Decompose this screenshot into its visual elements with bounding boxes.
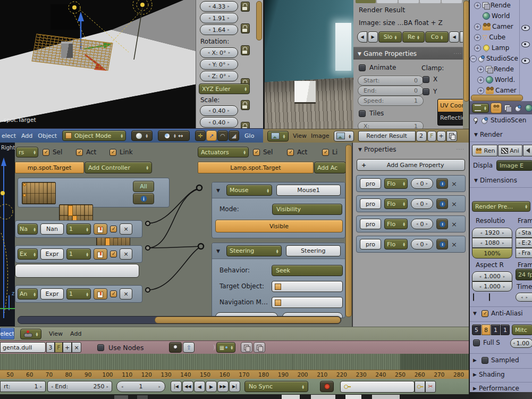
frame-step-field[interactable]: ◂Fra: [516, 248, 532, 258]
scale-y-field[interactable]: ◂0.40▸: [200, 117, 238, 128]
menu-add[interactable]: Add: [21, 132, 32, 139]
visibility-eye-icon[interactable]: [521, 25, 530, 31]
controller-bookmark-button[interactable]: [94, 288, 107, 300]
location-z-field[interactable]: ◂1.64▸: [200, 24, 238, 35]
visibility-eye-icon[interactable]: [521, 58, 530, 64]
actuators-act-toggle[interactable]: Act: [287, 148, 307, 156]
property-value-field[interactable]: ◂0▸: [411, 198, 433, 209]
controller-active-checkbox[interactable]: [110, 290, 117, 297]
menu-image[interactable]: Image: [311, 132, 329, 139]
fps-dropdown[interactable]: 24 fp: [516, 269, 532, 280]
manipulator-toggle-icon[interactable]: ↔: [178, 132, 183, 139]
controller-delete-button[interactable]: ×: [120, 223, 132, 235]
collapse-actuator-icon[interactable]: ▼: [216, 248, 220, 254]
collapse-icon[interactable]: −: [470, 55, 477, 62]
expand-icon[interactable]: +: [474, 23, 481, 30]
controller-owner-name[interactable]: mp.spot.Target: [15, 162, 84, 173]
mode-dropdown[interactable]: Object Mode▲▼: [62, 130, 126, 141]
controller-name-field[interactable]: Expr: [40, 248, 64, 260]
animate-checkbox[interactable]: [359, 64, 366, 71]
logic-hscrollbar[interactable]: [18, 316, 341, 324]
navmesh-object-field[interactable]: [272, 297, 343, 308]
sync-dropdown[interactable]: No Sync▲▼: [244, 381, 308, 392]
dimensions-panel-header[interactable]: ▼Dimensions: [474, 177, 517, 184]
clamp-y-row[interactable]: Y: [423, 88, 437, 95]
controller-bookmark-button[interactable]: [94, 223, 107, 235]
outliner-row-camera-1[interactable]: +Camer: [474, 23, 513, 30]
controller-block-3[interactable]: An▲▼ Expr 1▲▼ ×: [15, 285, 142, 303]
panel-grip-icon[interactable]: ····: [454, 51, 462, 56]
lock-location-x-icon[interactable]: [241, 2, 250, 12]
display-dropdown[interactable]: Image E: [496, 160, 532, 171]
browse-image-button[interactable]: ▲▼: [334, 131, 354, 142]
controller-type-dropdown[interactable]: Na▲▼: [18, 223, 38, 235]
expand-icon[interactable]: +: [474, 45, 481, 52]
menu-view[interactable]: View: [293, 132, 307, 139]
crop-checkbox[interactable]: [489, 293, 490, 301]
editor-type-button[interactable]: ▲▼: [472, 103, 489, 113]
viewport-shading-dropdown[interactable]: ▲▼: [131, 130, 153, 141]
tiles-x-field[interactable]: X:1: [358, 121, 424, 129]
material-users-button[interactable]: 3: [46, 342, 55, 353]
location-y-field[interactable]: ◂1.91▸: [200, 13, 238, 23]
aspect-y-field[interactable]: ◂1.000▸: [472, 281, 512, 292]
parent-node-button[interactable]: ⇧: [183, 342, 195, 353]
frame-start-field[interactable]: ◂Sta: [516, 228, 532, 238]
frame-start-field[interactable]: rt:1▸: [0, 381, 46, 392]
clamp-x-checkbox[interactable]: [423, 76, 429, 83]
actuators-link-toggle[interactable]: Li: [322, 148, 337, 156]
slot-dropdown[interactable]: Slo▲▼: [378, 31, 402, 43]
new-material-button[interactable]: +: [63, 342, 72, 353]
pin-icon[interactable]: [473, 117, 479, 124]
actuator-name-field[interactable]: Steering: [286, 245, 341, 256]
controller-active-checkbox[interactable]: [110, 226, 117, 232]
expand-icon[interactable]: +: [474, 34, 481, 41]
copy-nodes-button[interactable]: [241, 342, 252, 353]
controller-type-dropdown[interactable]: An▲▼: [18, 288, 38, 300]
sampled-motion-blur-panel-header[interactable]: ▶ Sampled: [473, 356, 519, 364]
menu-select[interactable]: elect: [2, 132, 16, 139]
tab-render[interactable]: [491, 103, 502, 113]
sel-checkbox[interactable]: [43, 149, 49, 156]
aa-samples-8-button[interactable]: 8: [482, 325, 491, 335]
play-reverse-button[interactable]: ◀: [194, 381, 205, 392]
orientation-dropdown[interactable]: Glo: [244, 132, 254, 139]
expand-icon[interactable]: +: [477, 66, 484, 73]
outliner-row-world-1[interactable]: World: [483, 12, 510, 20]
controllers-sel-toggle[interactable]: Sel: [43, 148, 62, 156]
outliner-row-renderlayers-1[interactable]: +Rende: [474, 2, 511, 9]
insert-keyframe-button[interactable]: [415, 381, 425, 393]
scale-manipulator-button[interactable]: ◢: [229, 130, 239, 141]
controller-name-field[interactable]: Expr: [40, 288, 64, 300]
antialiasing-panel-header[interactable]: ▼ Anti-Aliasi: [473, 310, 523, 317]
controller-state-field[interactable]: 1▲▼: [66, 248, 91, 260]
lock-rotation-y-icon[interactable]: [241, 100, 250, 110]
actuator-filter-dropdown[interactable]: Actuators▲▼: [198, 147, 249, 157]
add-actuator-dropdown[interactable]: Add Ac: [314, 162, 346, 173]
resolution-y-field[interactable]: ◂1080▸: [472, 238, 512, 248]
performance-panel-header[interactable]: ▶Performance: [473, 385, 519, 392]
unlink-material-button[interactable]: ×: [72, 342, 81, 353]
antialiasing-checkbox[interactable]: [482, 310, 488, 317]
tab-render-layers[interactable]: [503, 103, 512, 113]
actuators-vscrollbar[interactable]: [345, 145, 352, 317]
menu-object[interactable]: Object: [38, 132, 57, 139]
outliner-row-cube[interactable]: +▽Cube: [474, 34, 505, 41]
property-name-field[interactable]: pro: [360, 178, 381, 189]
actuator-owner-name[interactable]: Lamp.spot.Target: [198, 162, 314, 173]
rotation-x-field[interactable]: ◂X: 0°▸: [200, 47, 238, 58]
expand-icon[interactable]: +: [477, 87, 484, 94]
controller-delete-button[interactable]: ×: [120, 248, 132, 260]
delete-property-button[interactable]: ×: [451, 180, 457, 188]
property-type-dropdown[interactable]: Flo▲▼: [384, 178, 408, 189]
auto-keyframe-button[interactable]: [320, 381, 334, 392]
expression-field[interactable]: [15, 264, 139, 278]
clamp-y-checkbox[interactable]: [423, 88, 429, 95]
controller-name-field[interactable]: Nan: [40, 223, 64, 235]
property-debug-button[interactable]: i: [436, 219, 448, 229]
compare-dropdown[interactable]: Co▲▼: [425, 31, 449, 43]
actuator-type-dropdown[interactable]: Steering▲▼: [226, 245, 282, 256]
act-checkbox[interactable]: [287, 149, 294, 156]
outliner-row-scene[interactable]: −StudioSce: [470, 55, 518, 62]
logic-editor[interactable]: rs▲▼ Sel Act Link mp.spot.Target Add Con…: [15, 143, 469, 327]
